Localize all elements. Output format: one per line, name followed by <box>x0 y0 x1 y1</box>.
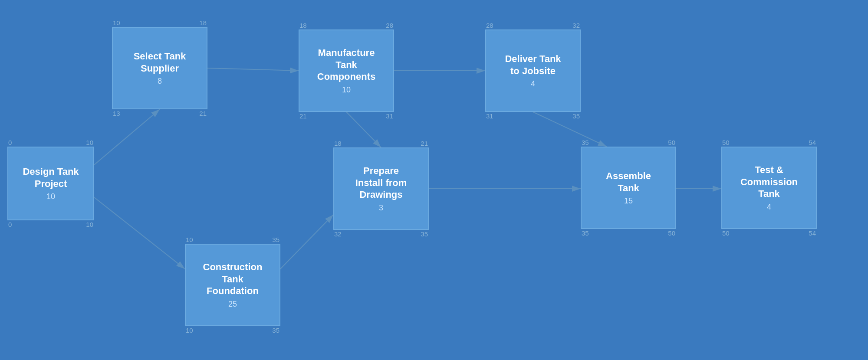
corner-tr-select: 18 <box>199 19 207 26</box>
node-title-deliver: Deliver Tankto Jobsite <box>505 53 561 77</box>
node-assemble[interactable]: 35 50 AssembleTank 15 35 50 <box>581 147 676 229</box>
corner-br-deliver: 35 <box>572 112 580 120</box>
corner-br-assemble: 50 <box>668 229 675 237</box>
node-test[interactable]: 50 54 Test &CommissionTank 4 50 54 <box>721 147 817 229</box>
corner-tl-design: 0 <box>8 139 12 146</box>
node-duration-test: 4 <box>767 203 771 212</box>
corner-br-design: 10 <box>86 221 93 228</box>
svg-line-6 <box>533 112 607 147</box>
svg-line-0 <box>94 109 160 165</box>
node-manufacture[interactable]: 18 28 ManufactureTankComponents 10 21 31 <box>299 29 394 112</box>
node-title-select: Select TankSupplier <box>134 50 186 74</box>
node-title-prepare: PrepareInstall fromDrawings <box>355 165 407 201</box>
node-duration-prepare: 3 <box>379 203 383 213</box>
svg-line-4 <box>346 112 381 147</box>
corner-tl-assemble: 35 <box>582 139 589 146</box>
corner-tr-assemble: 50 <box>668 139 675 146</box>
corner-bl-select: 13 <box>113 110 120 117</box>
node-title-test: Test &CommissionTank <box>740 164 798 200</box>
corner-tr-construction: 35 <box>272 236 279 243</box>
corner-br-construction: 35 <box>272 327 279 334</box>
corner-tl-select: 10 <box>113 19 120 26</box>
node-title-design: Design Tank Project <box>13 166 88 190</box>
node-duration-design: 10 <box>46 192 55 201</box>
node-select[interactable]: 10 18 Select TankSupplier 8 13 21 <box>112 27 207 109</box>
node-design[interactable]: 0 10 Design Tank Project 10 0 10 <box>7 147 94 220</box>
diagram-container: 0 10 Design Tank Project 10 0 10 10 18 S… <box>0 0 868 360</box>
corner-bl-test: 50 <box>722 229 730 237</box>
node-title-assemble: AssembleTank <box>606 170 651 194</box>
node-duration-select: 8 <box>158 77 162 86</box>
node-title-construction: ConstructionTankFoundation <box>203 261 263 297</box>
node-prepare[interactable]: 18 21 PrepareInstall fromDrawings 3 32 3… <box>333 147 429 230</box>
corner-tr-deliver: 32 <box>572 22 580 29</box>
node-duration-manufacture: 10 <box>342 85 351 95</box>
corner-br-prepare: 35 <box>421 230 428 238</box>
corner-br-test: 54 <box>809 229 816 237</box>
node-duration-deliver: 4 <box>531 79 535 88</box>
corner-br-manufacture: 31 <box>386 112 393 120</box>
corner-bl-prepare: 32 <box>334 230 342 238</box>
corner-bl-manufacture: 21 <box>299 112 307 120</box>
node-duration-assemble: 15 <box>624 196 633 206</box>
corner-tl-deliver: 28 <box>486 22 493 29</box>
node-duration-construction: 25 <box>228 300 237 309</box>
corner-br-select: 21 <box>199 110 207 117</box>
corner-tr-test: 54 <box>809 139 816 146</box>
svg-line-2 <box>207 68 299 71</box>
node-title-manufacture: ManufactureTankComponents <box>317 47 375 83</box>
corner-tr-design: 10 <box>86 139 93 146</box>
svg-line-5 <box>280 215 333 269</box>
corner-tl-manufacture: 18 <box>299 22 307 29</box>
corner-bl-assemble: 35 <box>582 229 589 237</box>
corner-bl-construction: 10 <box>186 327 193 334</box>
corner-tr-manufacture: 28 <box>386 22 393 29</box>
node-construction[interactable]: 10 35 ConstructionTankFoundation 25 10 3… <box>185 244 280 326</box>
corner-tl-construction: 10 <box>186 236 193 243</box>
node-deliver[interactable]: 28 32 Deliver Tankto Jobsite 4 31 35 <box>485 29 581 112</box>
svg-line-1 <box>94 197 185 269</box>
corner-bl-deliver: 31 <box>486 112 493 120</box>
corner-bl-design: 0 <box>8 221 12 228</box>
corner-tl-test: 50 <box>722 139 730 146</box>
corner-tr-prepare: 21 <box>421 140 428 147</box>
corner-tl-prepare: 18 <box>334 140 342 147</box>
